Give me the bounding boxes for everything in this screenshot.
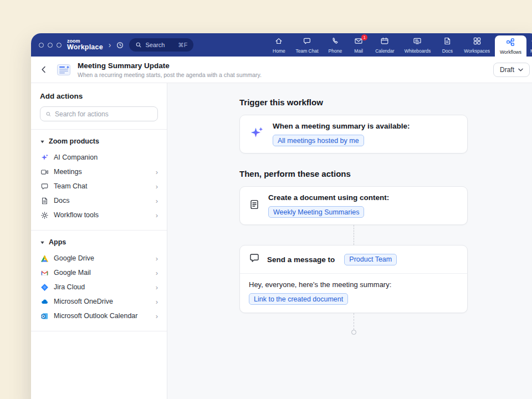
message-body-text: Hey, everyone, here's the meeting summar… bbox=[249, 280, 458, 289]
message-recipient-chip[interactable]: Product Team bbox=[344, 254, 397, 265]
document-link-chip[interactable]: Link to the created document bbox=[249, 293, 348, 305]
sidebar-item-label: Docs bbox=[54, 197, 69, 204]
sidebar-item-team-chat[interactable]: Team Chat › bbox=[40, 179, 158, 193]
phone-icon bbox=[331, 37, 340, 47]
send-message-card[interactable]: Send a message to Product Team Hey, ever… bbox=[239, 245, 468, 313]
nav-tab-label: Mail bbox=[354, 48, 363, 54]
nav-tab-more[interactable]: More bbox=[526, 33, 532, 57]
draft-status-dropdown[interactable]: Draft bbox=[493, 63, 530, 77]
chevron-down-icon bbox=[518, 68, 523, 71]
outlook-calendar-icon bbox=[40, 311, 49, 320]
search-icon bbox=[45, 111, 52, 117]
section-label: Zoom products bbox=[49, 137, 99, 145]
search-icon bbox=[135, 42, 142, 48]
workflow-header: Meeting Summary Update When a recurring … bbox=[31, 57, 532, 83]
workflow-canvas: Trigger this workflow When a meeting sum… bbox=[167, 83, 532, 399]
nav-tab-docs[interactable]: Docs bbox=[436, 33, 459, 57]
logo-line2: Workplace bbox=[67, 44, 103, 51]
workflow-end-node bbox=[351, 330, 356, 335]
sidebar-item-google-drive[interactable]: Google Drive › bbox=[40, 251, 158, 265]
nav-tab-home[interactable]: Home bbox=[267, 33, 290, 57]
ai-companion-icon bbox=[40, 153, 49, 162]
sidebar-item-label: Team Chat bbox=[54, 182, 87, 190]
chevron-right-icon: › bbox=[156, 212, 158, 219]
sidebar-item-workflow-tools[interactable]: Workflow tools › bbox=[40, 208, 158, 222]
section-label: Apps bbox=[49, 238, 66, 246]
sidebar-item-label: Google Drive bbox=[54, 254, 94, 262]
sidebar-item-microsoft-outlook-calendar[interactable]: Microsoft Outlook Calendar › bbox=[40, 309, 158, 323]
document-content-chip[interactable]: Weekly Meeting Summaries bbox=[268, 206, 364, 218]
trigger-scope-chip[interactable]: All meetings hosted by me bbox=[273, 135, 364, 146]
search-shortcut: ⌘F bbox=[178, 42, 187, 48]
create-document-content: Create a document using content: Weekly … bbox=[268, 193, 389, 218]
message-body: Hey, everyone, here's the meeting summar… bbox=[240, 273, 467, 313]
sidebar-item-microsoft-onedrive[interactable]: Microsoft OneDrive › bbox=[40, 294, 158, 309]
window-control-maximize[interactable] bbox=[57, 43, 62, 48]
section-zoom-products[interactable]: Zoom products bbox=[40, 137, 158, 145]
sidebar-item-docs[interactable]: Docs › bbox=[40, 193, 158, 208]
nav-tab-label: Workflows bbox=[500, 49, 521, 55]
nav-tab-label: Workspaces bbox=[464, 48, 490, 54]
send-message-text: Send a message to bbox=[267, 255, 335, 264]
window-controls bbox=[39, 43, 62, 48]
nav-tab-phone[interactable]: Phone bbox=[324, 33, 347, 57]
window-control-close[interactable] bbox=[39, 43, 44, 48]
status-badge: Draft bbox=[500, 66, 514, 74]
workflows-icon bbox=[506, 38, 515, 48]
nav-tab-label: Phone bbox=[329, 48, 342, 54]
caret-down-icon bbox=[40, 139, 45, 144]
home-icon bbox=[274, 37, 283, 47]
sidebar-item-ai-companion[interactable]: AI Companion bbox=[40, 150, 158, 165]
section-apps[interactable]: Apps bbox=[40, 238, 158, 246]
nav-tab-label: Whiteboards bbox=[405, 48, 431, 54]
nav-tab-mail[interactable]: Mail 1 bbox=[347, 33, 370, 57]
nav-tab-team-chat[interactable]: Team Chat bbox=[290, 33, 323, 57]
calendar-icon bbox=[380, 37, 389, 47]
meetings-icon bbox=[40, 167, 49, 176]
window-control-minimize[interactable] bbox=[48, 43, 53, 48]
google-mail-icon bbox=[40, 268, 49, 277]
nav-tab-label: Team Chat bbox=[295, 48, 318, 54]
nav-tab-workflows[interactable]: Workflows bbox=[495, 35, 526, 57]
create-document-card[interactable]: Create a document using content: Weekly … bbox=[239, 186, 468, 225]
app-window: zoom Workplace › Search ⌘F Home Team Cha… bbox=[31, 33, 532, 399]
top-navbar: zoom Workplace › Search ⌘F Home Team Cha… bbox=[31, 33, 532, 57]
chevron-right-icon: › bbox=[156, 298, 158, 305]
back-button[interactable] bbox=[40, 65, 48, 74]
sidebar-item-label: Microsoft OneDrive bbox=[54, 298, 113, 305]
ai-sparkle-icon bbox=[249, 125, 264, 143]
sidebar-item-label: Microsoft Outlook Calendar bbox=[54, 312, 137, 320]
search-label: Search bbox=[145, 42, 165, 48]
docs-icon bbox=[443, 37, 452, 47]
sidebar-item-meetings[interactable]: Meetings › bbox=[40, 165, 158, 179]
dashed-connector bbox=[354, 225, 354, 245]
caret-down-icon bbox=[40, 240, 45, 245]
actions-search[interactable] bbox=[40, 106, 158, 121]
actions-heading: Then, perform these actions bbox=[239, 169, 468, 178]
workflow-titles: Meeting Summary Update When a recurring … bbox=[78, 62, 262, 78]
workspaces-icon bbox=[473, 37, 482, 47]
chevron-right-icon: › bbox=[156, 168, 158, 176]
chevron-right-icon: › bbox=[156, 197, 158, 204]
divider bbox=[31, 129, 167, 130]
global-search[interactable]: Search ⌘F bbox=[129, 38, 193, 52]
page-title: Meeting Summary Update bbox=[78, 62, 262, 70]
trigger-heading: Trigger this workflow bbox=[239, 98, 468, 107]
trigger-card[interactable]: When a meeting summary is available: All… bbox=[239, 115, 468, 154]
sidebar-item-jira-cloud[interactable]: Jira Cloud › bbox=[40, 280, 158, 294]
nav-tab-whiteboards[interactable]: Whiteboards bbox=[400, 33, 436, 57]
chevron-right-icon: › bbox=[156, 255, 158, 262]
history-icon[interactable] bbox=[116, 41, 124, 49]
sidebar-item-label: Workflow tools bbox=[54, 211, 99, 219]
chevron-right-icon[interactable]: › bbox=[109, 40, 111, 49]
nav-tab-label: Home bbox=[273, 48, 285, 54]
actions-search-input[interactable] bbox=[55, 110, 152, 118]
nav-tab-calendar[interactable]: Calendar bbox=[370, 33, 400, 57]
sidebar-item-google-mail[interactable]: Google Mail › bbox=[40, 265, 158, 280]
nav-tab-label: Calendar bbox=[375, 48, 395, 54]
actions-sidebar: Add actions Zoom products AI Companion M… bbox=[31, 83, 167, 399]
chevron-right-icon: › bbox=[156, 183, 158, 190]
document-icon bbox=[249, 199, 260, 212]
jira-cloud-icon bbox=[40, 283, 49, 291]
nav-tab-workspaces[interactable]: Workspaces bbox=[459, 33, 495, 57]
